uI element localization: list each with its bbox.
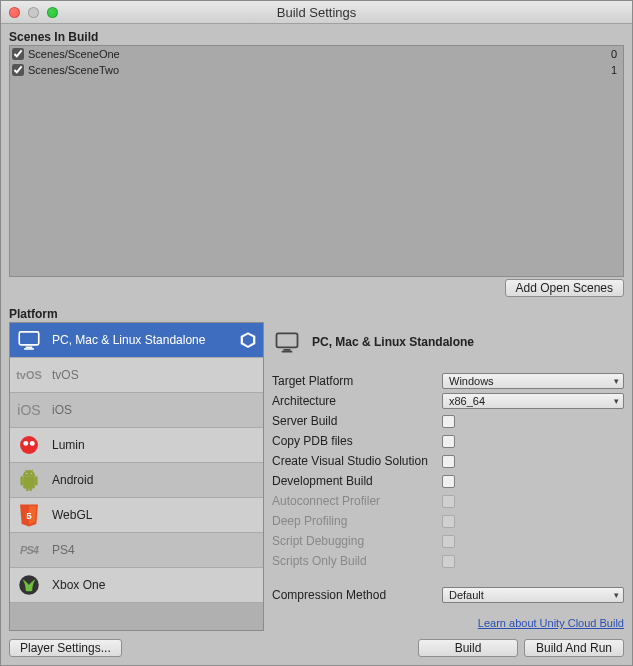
build-settings-window: Build Settings Scenes In Build Scenes/Sc… <box>0 0 633 666</box>
row-deep-profile: Deep Profiling <box>272 512 624 530</box>
label-script-debug: Script Debugging <box>272 534 442 548</box>
dev-build-checkbox[interactable] <box>442 475 455 488</box>
cloud-build-link[interactable]: Learn about Unity Cloud Build <box>272 617 624 629</box>
architecture-dropdown[interactable]: x86_64 ▾ <box>442 393 624 409</box>
lumin-icon <box>14 430 44 460</box>
build-button[interactable]: Build <box>418 639 518 657</box>
label-architecture: Architecture <box>272 394 442 408</box>
svg-rect-1 <box>26 347 33 349</box>
platform-label: Android <box>52 473 257 487</box>
platform-label: PS4 <box>52 543 257 557</box>
xbox-icon <box>14 570 44 600</box>
copy-pdb-checkbox[interactable] <box>442 435 455 448</box>
tvos-icon: tvOS <box>14 360 44 390</box>
label-dev-build: Development Build <box>272 474 442 488</box>
platform-row-ios[interactable]: iOS iOS <box>10 393 263 428</box>
platform-heading: Platform <box>9 307 624 321</box>
row-scripts-only: Scripts Only Build <box>272 552 624 570</box>
svg-point-9 <box>31 473 33 475</box>
row-autoconnect: Autoconnect Profiler <box>272 492 624 510</box>
scripts-only-checkbox <box>442 555 455 568</box>
label-copy-pdb: Copy PDB files <box>272 434 442 448</box>
platform-row-xboxone[interactable]: Xbox One <box>10 568 263 603</box>
unity-cube-icon <box>239 331 257 349</box>
scenes-list[interactable]: Scenes/SceneOne 0 Scenes/SceneTwo 1 <box>9 45 624 277</box>
row-server-build: Server Build <box>272 412 624 430</box>
row-copy-pdb: Copy PDB files <box>272 432 624 450</box>
label-scripts-only: Scripts Only Build <box>272 554 442 568</box>
svg-text:5: 5 <box>26 510 32 521</box>
minimize-button[interactable] <box>28 7 39 18</box>
details-title: PC, Mac & Linux Standalone <box>312 335 474 349</box>
monitor-icon <box>14 325 44 355</box>
zoom-button[interactable] <box>47 7 58 18</box>
label-deep-profile: Deep Profiling <box>272 514 442 528</box>
build-and-run-button[interactable]: Build And Run <box>524 639 624 657</box>
scene-index: 0 <box>611 48 619 60</box>
row-dev-build: Development Build <box>272 472 624 490</box>
platform-label: iOS <box>52 403 257 417</box>
platform-row-android[interactable]: Android <box>10 463 263 498</box>
deep-profile-checkbox <box>442 515 455 528</box>
row-vs-solution: Create Visual Studio Solution <box>272 452 624 470</box>
chevron-down-icon: ▾ <box>614 396 619 406</box>
platform-row-tvos[interactable]: tvOS tvOS <box>10 358 263 393</box>
label-server-build: Server Build <box>272 414 442 428</box>
ps4-icon: PS4 <box>14 535 44 565</box>
monitor-icon <box>272 327 302 357</box>
label-vs-solution: Create Visual Studio Solution <box>272 454 442 468</box>
dropdown-value: x86_64 <box>449 395 485 407</box>
player-settings-button[interactable]: Player Settings... <box>9 639 122 657</box>
scene-checkbox[interactable] <box>12 64 24 76</box>
platform-list[interactable]: PC, Mac & Linux Standalone tvOS tvOS iOS… <box>9 322 264 631</box>
platform-row-standalone[interactable]: PC, Mac & Linux Standalone <box>10 323 263 358</box>
svg-rect-15 <box>284 349 291 351</box>
svg-point-8 <box>26 473 28 475</box>
android-icon <box>14 465 44 495</box>
platform-row-ps4[interactable]: PS4 PS4 <box>10 533 263 568</box>
scene-label: Scenes/SceneTwo <box>28 64 611 76</box>
platform-row-webgl[interactable]: 5 WebGL <box>10 498 263 533</box>
scene-checkbox[interactable] <box>12 48 24 60</box>
script-debug-checkbox <box>442 535 455 548</box>
svg-rect-16 <box>282 351 293 353</box>
platform-row-lumin[interactable]: Lumin <box>10 428 263 463</box>
row-target-platform: Target Platform Windows ▾ <box>272 372 624 390</box>
platform-label: WebGL <box>52 508 257 522</box>
svg-rect-0 <box>19 332 39 345</box>
scene-row[interactable]: Scenes/SceneTwo 1 <box>10 62 623 78</box>
svg-rect-2 <box>24 348 34 350</box>
scenes-heading: Scenes In Build <box>9 30 624 44</box>
scene-index: 1 <box>611 64 619 76</box>
dropdown-value: Default <box>449 589 484 601</box>
close-button[interactable] <box>9 7 20 18</box>
svg-rect-14 <box>277 333 298 347</box>
label-target-platform: Target Platform <box>272 374 442 388</box>
html5-icon: 5 <box>14 500 44 530</box>
vs-solution-checkbox[interactable] <box>442 455 455 468</box>
content-area: Scenes In Build Scenes/SceneOne 0 Scenes… <box>1 24 632 665</box>
label-autoconnect: Autoconnect Profiler <box>272 494 442 508</box>
row-architecture: Architecture x86_64 ▾ <box>272 392 624 410</box>
target-platform-dropdown[interactable]: Windows ▾ <box>442 373 624 389</box>
add-open-scenes-button[interactable]: Add Open Scenes <box>505 279 624 297</box>
row-script-debug: Script Debugging <box>272 532 624 550</box>
row-compression: Compression Method Default ▾ <box>272 586 624 604</box>
autoconnect-checkbox <box>442 495 455 508</box>
footer: Player Settings... Build Build And Run <box>9 631 624 657</box>
chevron-down-icon: ▾ <box>614 590 619 600</box>
build-details: PC, Mac & Linux Standalone Target Platfo… <box>272 322 624 631</box>
server-build-checkbox[interactable] <box>442 415 455 428</box>
platform-label: Lumin <box>52 438 257 452</box>
label-compression: Compression Method <box>272 588 442 602</box>
platform-label: tvOS <box>52 368 257 382</box>
chevron-down-icon: ▾ <box>614 376 619 386</box>
compression-dropdown[interactable]: Default ▾ <box>442 587 624 603</box>
dropdown-value: Windows <box>449 375 494 387</box>
platform-label: Xbox One <box>52 578 257 592</box>
ios-icon: iOS <box>14 395 44 425</box>
traffic-lights <box>1 7 58 18</box>
svg-point-7 <box>30 441 35 446</box>
scene-row[interactable]: Scenes/SceneOne 0 <box>10 46 623 62</box>
svg-point-5 <box>20 436 38 454</box>
